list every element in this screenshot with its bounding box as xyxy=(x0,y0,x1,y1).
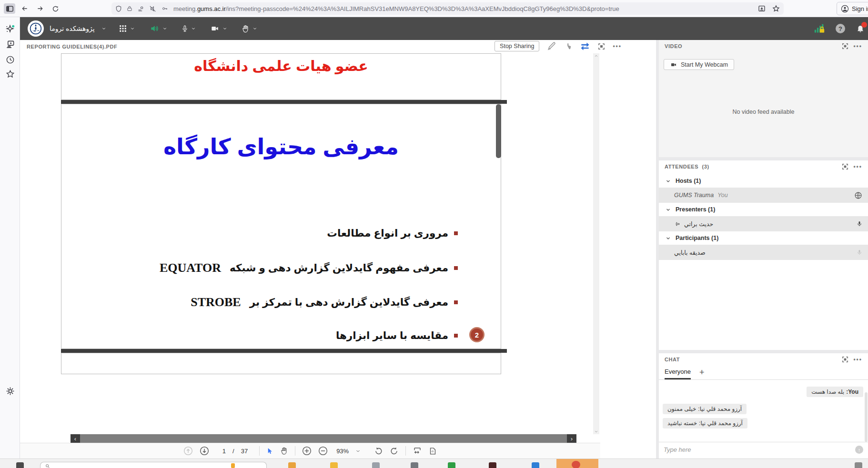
zoom-in-button[interactable] xyxy=(302,446,312,456)
taskbar-app-icon[interactable] xyxy=(411,462,418,468)
reload-button[interactable] xyxy=(50,3,61,14)
stop-sharing-button[interactable]: Stop Sharing xyxy=(495,41,539,51)
previous-page-button[interactable] xyxy=(183,446,193,456)
microphone-active-icon xyxy=(857,220,862,228)
url-bar[interactable]: meeting.gums.ac.ir/ins?meeting-passcode=… xyxy=(111,2,784,15)
settings-gear-icon[interactable] xyxy=(5,386,15,396)
chat-input[interactable] xyxy=(664,446,855,453)
sign-in-button[interactable]: Sign in xyxy=(837,2,868,15)
chat-tab-everyone[interactable]: Everyone xyxy=(665,368,691,379)
attendee-row-host[interactable]: GUMS Trauma You xyxy=(659,188,868,203)
taskbar-search-box[interactable] xyxy=(40,462,267,468)
pod-options-icon[interactable]: ••• xyxy=(853,43,862,50)
taskbar-app-icon[interactable] xyxy=(448,462,455,468)
pdf-page-2: معرفی محتوای کارگاه مروری بر انواع مطالع… xyxy=(61,104,501,349)
taskbar-app-icon[interactable] xyxy=(489,462,496,468)
pod-options-icon[interactable]: ••• xyxy=(853,356,862,363)
search-box-icon xyxy=(231,463,235,468)
fullscreen-icon[interactable] xyxy=(598,43,605,50)
rotate-cw-button[interactable] xyxy=(390,447,399,456)
lock-icon[interactable] xyxy=(127,5,132,12)
zoom-out-button[interactable] xyxy=(318,446,328,456)
speaker-button[interactable] xyxy=(149,24,167,33)
account-icon xyxy=(841,5,849,13)
taskbar-tray-icon[interactable] xyxy=(855,462,862,468)
speaking-indicator-icon xyxy=(674,221,680,227)
rotate-ccw-button[interactable] xyxy=(374,447,383,456)
next-page-button[interactable] xyxy=(200,446,209,456)
pdf-horizontal-scrollbar[interactable]: ‹ › xyxy=(71,434,576,443)
microphone-button[interactable] xyxy=(182,24,196,33)
key-icon[interactable] xyxy=(161,6,169,11)
slide2-title: معرفی محتوای کارگاه xyxy=(61,134,501,159)
fit-page-button[interactable] xyxy=(429,447,437,456)
bookmarks-icon[interactable] xyxy=(5,69,15,79)
pdf-vertical-scrollbar-thumb[interactable] xyxy=(496,104,501,158)
fullscreen-icon[interactable] xyxy=(842,43,848,50)
fit-width-button[interactable] xyxy=(413,447,422,455)
page-separator: / xyxy=(232,448,234,455)
chat-pod: CHAT ••• Everyone + You:بله صدا هست آرزو… xyxy=(659,353,868,468)
chat-scrollbar[interactable] xyxy=(865,392,868,442)
sidebar-toggle-button[interactable] xyxy=(4,3,15,14)
send-message-icon[interactable]: ↑ xyxy=(855,446,863,454)
taskbar-app-icon[interactable] xyxy=(532,462,539,468)
scroll-left-arrow[interactable]: ‹ xyxy=(71,434,80,443)
sync-icon[interactable] xyxy=(580,42,590,50)
fullscreen-icon[interactable] xyxy=(842,163,848,170)
zoom-chevron-icon[interactable] xyxy=(355,449,361,453)
taskbar-start-icon[interactable] xyxy=(16,462,24,468)
history-icon[interactable] xyxy=(5,54,15,65)
attendee-row-presenter[interactable]: حديث براتي xyxy=(659,216,868,231)
ai-chatbot-icon[interactable] xyxy=(5,24,15,34)
taskbar-app-icon[interactable] xyxy=(330,462,338,468)
pointer-icon[interactable] xyxy=(564,42,572,50)
taskbar-active-app[interactable] xyxy=(556,459,598,468)
zoom-level[interactable]: 93% xyxy=(336,448,349,455)
help-icon[interactable]: ? xyxy=(836,24,845,33)
pod-vertical-scrollbar[interactable] xyxy=(593,53,599,434)
autoplay-blocked-icon[interactable] xyxy=(149,5,156,12)
add-chat-tab-button[interactable]: + xyxy=(699,368,705,379)
current-page-number[interactable]: 1 xyxy=(222,448,226,455)
taskbar-app-icon[interactable] xyxy=(372,462,380,468)
taskbar-app-icon[interactable] xyxy=(288,462,296,468)
bullet-marker xyxy=(454,266,458,270)
fullscreen-icon[interactable] xyxy=(842,356,848,363)
select-tool-button[interactable] xyxy=(266,447,273,455)
attendees-group-hosts[interactable]: Hosts (1) xyxy=(659,174,868,188)
permissions-icon[interactable] xyxy=(137,6,144,12)
scroll-right-arrow[interactable]: › xyxy=(567,434,576,443)
collapse-chevron-icon xyxy=(666,208,671,212)
forward-button[interactable] xyxy=(34,3,46,14)
pod-options-icon[interactable]: ••• xyxy=(853,163,862,170)
chevron-down-icon xyxy=(162,27,167,30)
bookmark-star-icon[interactable] xyxy=(772,5,780,12)
attendees-group-presenters[interactable]: Presenters (1) xyxy=(659,203,868,216)
globe-icon xyxy=(854,191,862,199)
pdf-page-3 xyxy=(61,353,501,374)
bullet-marker xyxy=(454,300,458,304)
start-webcam-button[interactable]: Start My Webcam xyxy=(664,59,734,70)
apps-menu-button[interactable] xyxy=(119,24,135,33)
draw-annotate-icon[interactable] xyxy=(547,41,556,51)
save-page-icon[interactable] xyxy=(758,5,766,12)
no-video-feed-text: No video feed available xyxy=(659,109,868,115)
slide-page-number-badge: 2 xyxy=(469,327,484,342)
shield-icon[interactable] xyxy=(115,5,122,12)
slide-bullet: معرفی مفهوم گایدلاین گزارش دهی و شبکه EQ… xyxy=(157,261,458,275)
webcam-button[interactable] xyxy=(210,25,227,32)
notifications-bell-icon[interactable] xyxy=(856,24,865,33)
attendees-group-participants[interactable]: Participants (1) xyxy=(659,231,868,245)
hand-tool-button[interactable] xyxy=(280,447,288,455)
attendee-row-participant[interactable]: صديقه بابايي xyxy=(659,245,868,260)
room-menu-chevron-icon[interactable] xyxy=(101,27,106,30)
connection-status-icon[interactable] xyxy=(814,23,825,34)
back-button[interactable] xyxy=(19,3,30,14)
synced-tabs-icon[interactable] xyxy=(5,39,15,50)
browser-sidebar xyxy=(0,17,20,468)
raise-hand-button[interactable] xyxy=(242,24,257,33)
screen: meeting.gums.ac.ir/ins?meeting-passcode=… xyxy=(0,0,868,468)
pod-options-icon[interactable]: ••• xyxy=(613,43,622,50)
notification-badge xyxy=(861,22,867,28)
